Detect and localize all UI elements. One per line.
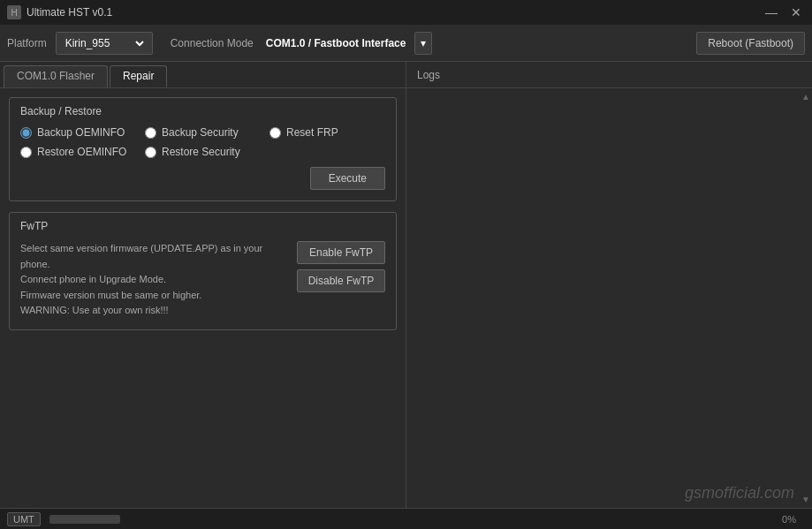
connection-label: Connection Mode <box>171 37 254 49</box>
radio-restore-oeminfo[interactable]: Restore OEMINFO <box>20 146 136 158</box>
enable-fwtp-button[interactable]: Enable FwTP <box>297 241 385 264</box>
backup-restore-title: Backup / Restore <box>20 105 385 117</box>
window-controls: — ✕ <box>763 4 805 21</box>
fwtp-info-line-1: Select same version firmware (UPDATE.APP… <box>20 241 279 272</box>
minimize-button[interactable]: — <box>763 4 780 21</box>
fwtp-info-line-2: Connect phone in Upgrade Mode. <box>20 272 279 288</box>
app-title: Ultimate HST v0.1 <box>27 6 112 19</box>
close-button[interactable]: ✕ <box>787 4 805 21</box>
execute-row: Execute <box>20 167 385 190</box>
scroll-down-arrow[interactable]: ▼ <box>801 495 810 504</box>
progress-bar-container <box>49 515 120 524</box>
scroll-up-arrow[interactable]: ▲ <box>801 92 810 102</box>
logs-content[interactable]: ▲ ▼ <box>406 88 812 508</box>
logs-header: Logs <box>406 62 812 88</box>
fwtp-info-line-3: Firmware version must be same or higher. <box>20 288 279 304</box>
radio-restore-security[interactable]: Restore Security <box>145 146 261 158</box>
connection-dropdown-arrow[interactable]: ▾ <box>414 32 432 55</box>
main-area: COM1.0 Flasher Repair Backup / Restore B… <box>0 62 812 508</box>
reset-frp-label: Reset FRP <box>286 126 338 139</box>
fwtp-buttons: Enable FwTP Disable FwTP <box>297 241 385 292</box>
fwtp-title: FwTP <box>20 220 385 232</box>
backup-restore-section: Backup / Restore Backup OEMINFO Backup S… <box>9 97 397 201</box>
tab-bar: COM1.0 Flasher Repair <box>0 62 406 88</box>
restore-oeminfo-label: Restore OEMINFO <box>37 146 126 158</box>
connection-value: COM1.0 / Fastboot Interface <box>266 37 406 49</box>
fwtp-info-line-4: WARNING: Use at your own risk!!! <box>20 303 279 319</box>
fwtp-info: Select same version firmware (UPDATE.APP… <box>20 241 279 319</box>
fwtp-content: Select same version firmware (UPDATE.APP… <box>20 241 385 319</box>
progress-text: 0% <box>782 514 796 525</box>
titlebar-left: H Ultimate HST v0.1 <box>7 5 112 19</box>
platform-dropdown[interactable]: Kirin_955 Kirin_960 Kirin_970 <box>56 32 153 55</box>
status-bar: UMT 0% <box>0 508 812 529</box>
right-panel: Logs ▲ ▼ gsmofficial.com <box>406 62 812 508</box>
backup-oeminfo-label: Backup OEMINFO <box>37 126 125 139</box>
title-bar: H Ultimate HST v0.1 — ✕ <box>0 0 812 25</box>
restore-security-label: Restore Security <box>162 146 240 158</box>
disable-fwtp-button[interactable]: Disable FwTP <box>297 269 385 292</box>
platform-label: Platform <box>7 37 47 49</box>
platform-select[interactable]: Kirin_955 Kirin_960 Kirin_970 <box>62 36 147 50</box>
umt-badge: UMT <box>7 512 41 526</box>
toolbar: Platform Kirin_955 Kirin_960 Kirin_970 C… <box>0 25 812 62</box>
reboot-button[interactable]: Reboot (Fastboot) <box>696 32 805 55</box>
backup-restore-options: Backup OEMINFO Backup Security Reset FRP… <box>20 126 385 158</box>
radio-backup-oeminfo[interactable]: Backup OEMINFO <box>20 126 136 139</box>
tab-content: Backup / Restore Backup OEMINFO Backup S… <box>0 88 406 508</box>
tab-repair[interactable]: Repair <box>110 65 167 87</box>
radio-reset-frp[interactable]: Reset FRP <box>269 126 385 139</box>
left-panel: COM1.0 Flasher Repair Backup / Restore B… <box>0 62 406 508</box>
execute-button[interactable]: Execute <box>310 167 385 190</box>
tab-com10-flasher[interactable]: COM1.0 Flasher <box>4 65 108 87</box>
backup-security-label: Backup Security <box>162 126 239 139</box>
fwtp-section: FwTP Select same version firmware (UPDAT… <box>9 212 397 330</box>
app-icon: H <box>7 5 21 19</box>
radio-backup-security[interactable]: Backup Security <box>145 126 261 139</box>
